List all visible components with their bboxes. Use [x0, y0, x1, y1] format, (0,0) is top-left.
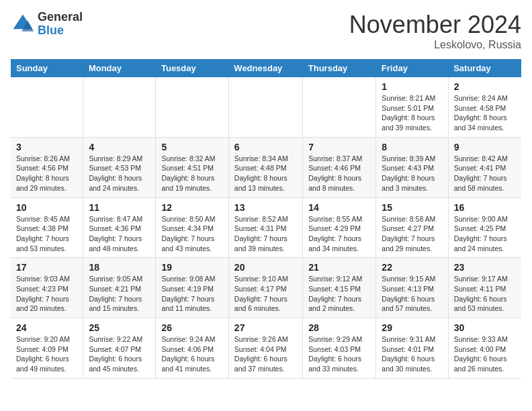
weekday-header-tuesday: Tuesday: [156, 59, 228, 77]
calendar-cell: 3Sunrise: 8:26 AM Sunset: 4:56 PM Daylig…: [11, 137, 83, 197]
calendar-cell: 13Sunrise: 8:52 AM Sunset: 4:31 PM Dayli…: [228, 197, 302, 258]
calendar-cell: 26Sunrise: 9:24 AM Sunset: 4:06 PM Dayli…: [156, 318, 228, 379]
calendar-cell: 8Sunrise: 8:39 AM Sunset: 4:43 PM Daylig…: [376, 137, 448, 197]
day-detail: Sunrise: 9:26 AM Sunset: 4:04 PM Dayligh…: [234, 334, 297, 374]
calendar-cell: 16Sunrise: 9:00 AM Sunset: 4:25 PM Dayli…: [448, 197, 521, 258]
calendar-cell: 28Sunrise: 9:29 AM Sunset: 4:03 PM Dayli…: [303, 318, 376, 379]
weekday-header-thursday: Thursday: [303, 59, 376, 77]
calendar-cell: 17Sunrise: 9:03 AM Sunset: 4:23 PM Dayli…: [11, 258, 83, 318]
calendar-cell: 12Sunrise: 8:50 AM Sunset: 4:34 PM Dayli…: [156, 197, 228, 258]
weekday-header-wednesday: Wednesday: [228, 59, 302, 77]
day-detail: Sunrise: 9:03 AM Sunset: 4:23 PM Dayligh…: [16, 274, 77, 314]
calendar-cell: 2Sunrise: 8:24 AM Sunset: 4:58 PM Daylig…: [448, 77, 521, 137]
day-detail: Sunrise: 9:10 AM Sunset: 4:17 PM Dayligh…: [234, 274, 297, 314]
day-number: 12: [161, 202, 222, 213]
calendar-cell: 27Sunrise: 9:26 AM Sunset: 4:04 PM Dayli…: [228, 318, 302, 379]
day-detail: Sunrise: 8:37 AM Sunset: 4:46 PM Dayligh…: [308, 154, 370, 193]
day-number: 15: [382, 202, 442, 213]
day-number: 11: [89, 202, 150, 213]
calendar-cell: 24Sunrise: 9:20 AM Sunset: 4:09 PM Dayli…: [11, 318, 83, 379]
day-detail: Sunrise: 9:05 AM Sunset: 4:21 PM Dayligh…: [89, 274, 150, 314]
calendar-week-1: 1Sunrise: 8:21 AM Sunset: 5:01 PM Daylig…: [11, 77, 521, 137]
day-detail: Sunrise: 9:31 AM Sunset: 4:01 PM Dayligh…: [382, 334, 442, 374]
day-number: 6: [234, 142, 297, 152]
day-number: 1: [382, 81, 442, 92]
calendar-cell: 30Sunrise: 9:33 AM Sunset: 4:00 PM Dayli…: [448, 318, 521, 379]
day-detail: Sunrise: 8:52 AM Sunset: 4:31 PM Dayligh…: [234, 214, 297, 254]
day-detail: Sunrise: 8:58 AM Sunset: 4:27 PM Dayligh…: [382, 214, 442, 254]
day-number: 27: [234, 322, 297, 333]
calendar-cell: 19Sunrise: 9:08 AM Sunset: 4:19 PM Dayli…: [156, 258, 228, 318]
day-number: 30: [454, 322, 516, 333]
day-detail: Sunrise: 8:39 AM Sunset: 4:43 PM Dayligh…: [382, 154, 442, 193]
calendar-cell: 1Sunrise: 8:21 AM Sunset: 5:01 PM Daylig…: [376, 77, 448, 137]
calendar-cell: [228, 77, 302, 137]
day-detail: Sunrise: 9:20 AM Sunset: 4:09 PM Dayligh…: [16, 334, 77, 374]
day-number: 2: [454, 81, 516, 92]
calendar-header: SundayMondayTuesdayWednesdayThursdayFrid…: [11, 59, 521, 77]
calendar-cell: 7Sunrise: 8:37 AM Sunset: 4:46 PM Daylig…: [303, 137, 376, 197]
calendar-cell: [156, 77, 228, 137]
day-detail: Sunrise: 8:26 AM Sunset: 4:56 PM Dayligh…: [16, 154, 77, 193]
logo-icon: [11, 12, 35, 36]
weekday-header-friday: Friday: [376, 59, 448, 77]
day-detail: Sunrise: 8:32 AM Sunset: 4:51 PM Dayligh…: [161, 154, 222, 193]
location: Leskolovo, Russia: [349, 39, 521, 51]
calendar-cell: [83, 77, 156, 137]
month-title: November 2024: [349, 11, 521, 39]
day-detail: Sunrise: 9:29 AM Sunset: 4:03 PM Dayligh…: [308, 334, 370, 374]
day-number: 23: [454, 262, 516, 273]
day-number: 25: [89, 322, 150, 333]
day-number: 13: [234, 202, 297, 213]
calendar-cell: 10Sunrise: 8:45 AM Sunset: 4:38 PM Dayli…: [11, 197, 83, 258]
day-detail: Sunrise: 9:17 AM Sunset: 4:11 PM Dayligh…: [454, 274, 516, 314]
day-detail: Sunrise: 9:24 AM Sunset: 4:06 PM Dayligh…: [161, 334, 222, 374]
calendar-cell: 25Sunrise: 9:22 AM Sunset: 4:07 PM Dayli…: [83, 318, 156, 379]
day-number: 20: [234, 262, 297, 273]
header: General Blue November 2024 Leskolovo, Ru…: [11, 11, 521, 51]
calendar-table: SundayMondayTuesdayWednesdayThursdayFrid…: [11, 59, 521, 379]
calendar-cell: [11, 77, 83, 137]
day-detail: Sunrise: 8:34 AM Sunset: 4:48 PM Dayligh…: [234, 154, 297, 193]
weekday-header-monday: Monday: [83, 59, 156, 77]
calendar-cell: 5Sunrise: 8:32 AM Sunset: 4:51 PM Daylig…: [156, 137, 228, 197]
day-detail: Sunrise: 8:55 AM Sunset: 4:29 PM Dayligh…: [308, 214, 370, 254]
calendar-week-3: 10Sunrise: 8:45 AM Sunset: 4:38 PM Dayli…: [11, 197, 521, 258]
day-detail: Sunrise: 8:29 AM Sunset: 4:53 PM Dayligh…: [89, 154, 150, 193]
logo-text: General Blue: [38, 11, 83, 38]
day-number: 21: [308, 262, 370, 273]
calendar-week-5: 24Sunrise: 9:20 AM Sunset: 4:09 PM Dayli…: [11, 318, 521, 379]
day-detail: Sunrise: 8:24 AM Sunset: 4:58 PM Dayligh…: [454, 93, 516, 133]
calendar-cell: 23Sunrise: 9:17 AM Sunset: 4:11 PM Dayli…: [448, 258, 521, 318]
day-number: 24: [16, 322, 77, 333]
day-detail: Sunrise: 9:12 AM Sunset: 4:15 PM Dayligh…: [308, 274, 370, 314]
day-number: 22: [382, 262, 442, 273]
logo: General Blue: [11, 11, 83, 38]
calendar-cell: 11Sunrise: 8:47 AM Sunset: 4:36 PM Dayli…: [83, 197, 156, 258]
calendar-cell: 14Sunrise: 8:55 AM Sunset: 4:29 PM Dayli…: [303, 197, 376, 258]
day-detail: Sunrise: 9:00 AM Sunset: 4:25 PM Dayligh…: [454, 214, 516, 254]
day-number: 18: [89, 262, 150, 273]
day-number: 19: [161, 262, 222, 273]
day-detail: Sunrise: 9:15 AM Sunset: 4:13 PM Dayligh…: [382, 274, 442, 314]
day-number: 16: [454, 202, 516, 213]
calendar-cell: 9Sunrise: 8:42 AM Sunset: 4:41 PM Daylig…: [448, 137, 521, 197]
weekday-header-sunday: Sunday: [11, 59, 83, 77]
calendar-week-4: 17Sunrise: 9:03 AM Sunset: 4:23 PM Dayli…: [11, 258, 521, 318]
day-detail: Sunrise: 9:33 AM Sunset: 4:00 PM Dayligh…: [454, 334, 516, 374]
title-area: November 2024 Leskolovo, Russia: [349, 11, 521, 51]
day-number: 10: [16, 202, 77, 213]
calendar-cell: 6Sunrise: 8:34 AM Sunset: 4:48 PM Daylig…: [228, 137, 302, 197]
day-detail: Sunrise: 9:22 AM Sunset: 4:07 PM Dayligh…: [89, 334, 150, 374]
day-number: 29: [382, 322, 442, 333]
calendar-cell: 18Sunrise: 9:05 AM Sunset: 4:21 PM Dayli…: [83, 258, 156, 318]
weekday-header-saturday: Saturday: [448, 59, 521, 77]
calendar-cell: 21Sunrise: 9:12 AM Sunset: 4:15 PM Dayli…: [303, 258, 376, 318]
day-detail: Sunrise: 8:45 AM Sunset: 4:38 PM Dayligh…: [16, 214, 77, 254]
day-detail: Sunrise: 8:21 AM Sunset: 5:01 PM Dayligh…: [382, 93, 442, 133]
calendar-cell: [303, 77, 376, 137]
day-number: 26: [161, 322, 222, 333]
day-number: 9: [454, 142, 516, 152]
day-number: 5: [161, 142, 222, 152]
day-detail: Sunrise: 9:08 AM Sunset: 4:19 PM Dayligh…: [161, 274, 222, 314]
